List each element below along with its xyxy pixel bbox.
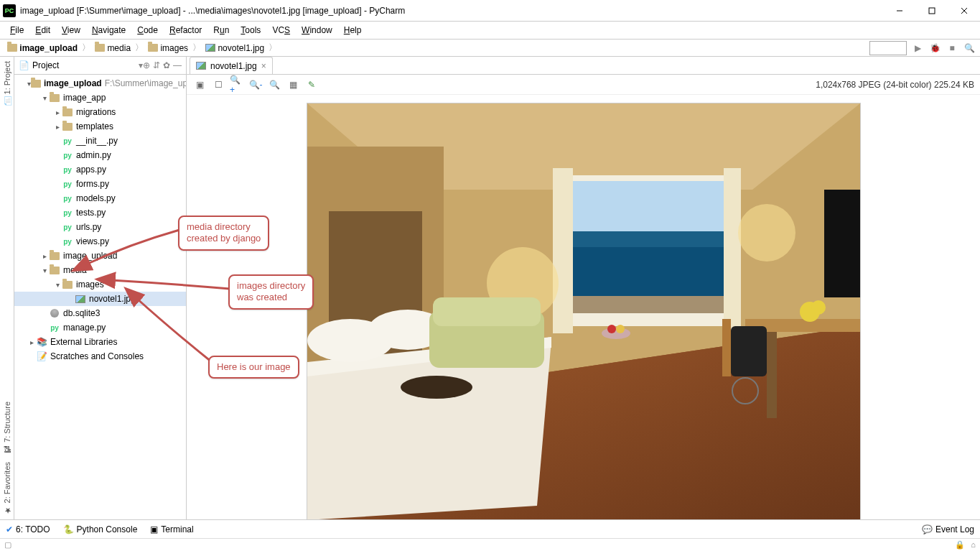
stop-button[interactable]: ■ [946, 42, 958, 55]
tree-external-libraries[interactable]: ▸📚External Libraries [14, 335, 186, 349]
menu-help[interactable]: Help [338, 23, 368, 37]
grid-icon[interactable]: ▦ [286, 78, 300, 92]
bottom-tool-bar: ✔6: TODO 🐍Python Console ▣Terminal 💬Even… [0, 519, 980, 538]
menu-file[interactable]: FFileile [4, 23, 29, 37]
breadcrumb-item[interactable]: novotel1.jpg [202, 43, 267, 53]
svg-rect-7 [570, 181, 724, 231]
window-title: image_upload [F:\Summer\image_upload] - … [20, 6, 883, 16]
menu-navigate[interactable]: Navigate [86, 23, 131, 37]
pycharm-icon: PC [3, 4, 16, 17]
tree-file-forms[interactable]: pyforms.py [14, 177, 186, 191]
event-log-button[interactable]: 💬Event Log [922, 524, 974, 534]
svg-rect-11 [553, 168, 573, 333]
svg-rect-9 [570, 247, 724, 296]
run-config-dropdown[interactable] [869, 41, 907, 55]
svg-point-16 [738, 204, 795, 261]
minimize-button[interactable] [883, 0, 915, 21]
image-viewer[interactable] [187, 95, 980, 519]
tree-folder-images[interactable]: ▾images [14, 277, 186, 292]
tree-folder-media[interactable]: ▾media [14, 263, 186, 277]
tree-file-apps[interactable]: pyapps.py [14, 162, 186, 177]
breadcrumb-label: novotel1.jpg [218, 43, 264, 53]
menu-code[interactable]: Code [131, 23, 164, 37]
collapse-icon[interactable]: ⇵ [153, 60, 160, 70]
fit-to-window-icon[interactable]: ▣ [192, 78, 207, 92]
tree-folder-image-upload[interactable]: ▸image_upload [14, 249, 186, 263]
status-bar: ▢ 🔒 ⌂ [0, 538, 980, 551]
color-picker-icon[interactable]: ✎ [304, 78, 319, 92]
tree-file-views[interactable]: pyviews.py [14, 234, 186, 249]
settings-icon[interactable]: ✿ [163, 60, 170, 70]
svg-rect-1 [929, 8, 935, 14]
menu-vcs[interactable]: VCS [266, 23, 296, 37]
tool-structure-tab[interactable]: 🏗7: Structure [1, 397, 13, 458]
close-button[interactable] [948, 0, 980, 21]
search-everywhere-button[interactable]: 🔍 [963, 42, 976, 55]
tool-favorites-tab[interactable]: ★2: Favorites [1, 458, 13, 519]
tree-file-dbsqlite[interactable]: db.sqlite3 [14, 306, 186, 320]
breadcrumb-item[interactable]: media [92, 43, 134, 53]
run-button[interactable]: ▶ [911, 42, 924, 55]
svg-point-33 [811, 300, 826, 315]
project-header: 📄 Project ▾ ⊕ ⇵ ✿ — [14, 57, 186, 75]
tree-folder-image-app[interactable]: ▾image_app [14, 91, 186, 105]
main-area: 📄1: Project 🏗7: Structure ★2: Favorites … [0, 57, 980, 519]
svg-point-34 [602, 328, 630, 339]
project-panel: 📄 Project ▾ ⊕ ⇵ ✿ — ▾image_uploadF:\Summ… [14, 57, 187, 519]
tree-file-manage[interactable]: pymanage.py [14, 320, 186, 335]
hide-icon[interactable]: — [173, 60, 182, 70]
close-icon[interactable]: × [261, 61, 266, 71]
lock-icon[interactable]: 🔒 [955, 540, 965, 550]
window-controls [883, 0, 980, 21]
chevron-right-icon: 〉 [191, 42, 202, 54]
menu-refactor[interactable]: Refactor [164, 23, 207, 37]
svg-point-36 [616, 325, 625, 333]
tree-file-tests[interactable]: pytests.py [14, 205, 186, 220]
tree-file-init[interactable]: py__init__.py [14, 134, 186, 148]
svg-rect-24 [433, 297, 541, 326]
menu-edit[interactable]: Edit [29, 23, 56, 37]
image-viewer-toolbar: ▣ ☐ 🔍+ 🔍- 🔍 ▦ ✎ 1,024x768 JPEG (24-bit c… [187, 75, 980, 95]
run-config-area: ▶ 🐞 ■ 🔍 [869, 41, 980, 55]
chevron-right-icon: 〉 [134, 42, 145, 54]
tree-file-novotel1[interactable]: novotel1.jpg [14, 292, 186, 306]
menu-view[interactable]: View [56, 23, 86, 37]
chevron-right-icon: 〉 [80, 42, 92, 54]
breadcrumb-item[interactable]: image_upload [4, 43, 80, 53]
tree-folder-templates[interactable]: ▸templates [14, 119, 186, 134]
svg-point-25 [401, 376, 472, 399]
todo-tool-button[interactable]: ✔6: TODO [6, 524, 50, 534]
tree-scratches[interactable]: 📝Scratches and Consoles [14, 349, 186, 364]
zoom-out-icon[interactable]: 🔍- [248, 78, 263, 92]
folder-icon [7, 44, 17, 52]
tree-file-urls[interactable]: pyurls.py [14, 220, 186, 234]
tree-root[interactable]: ▾image_uploadF:\Summer\image_up [14, 76, 186, 91]
svg-rect-27 [767, 332, 777, 418]
tree-folder-migrations[interactable]: ▸migrations [14, 105, 186, 119]
breadcrumb-label: images [160, 43, 188, 53]
terminal-button[interactable]: ▣Terminal [150, 524, 193, 534]
menu-tools[interactable]: Tools [235, 23, 266, 37]
breadcrumb-label: media [107, 43, 131, 53]
tool-project-tab[interactable]: 📄1: Project [1, 57, 13, 111]
zoom-reset-icon[interactable]: 🔍 [267, 78, 281, 92]
status-extra-icon[interactable]: ⌂ [971, 540, 976, 550]
menu-bar: FFileile Edit View Navigate Code Refacto… [0, 22, 980, 39]
maximize-button[interactable] [915, 0, 948, 21]
title-bar: PC image_upload [F:\Summer\image_upload]… [0, 0, 980, 22]
python-console-button[interactable]: 🐍Python Console [63, 524, 138, 534]
tree-file-models[interactable]: pymodels.py [14, 191, 186, 205]
editor-tab-novotel1[interactable]: novotel1.jpg × [190, 57, 273, 74]
menu-run[interactable]: Run [207, 23, 235, 37]
breadcrumb-item[interactable]: images [145, 43, 191, 53]
left-tool-strip: 📄1: Project 🏗7: Structure ★2: Favorites [0, 57, 14, 519]
debug-button[interactable]: 🐞 [928, 42, 941, 55]
project-tree[interactable]: ▾image_uploadF:\Summer\image_up ▾image_a… [14, 75, 186, 519]
actual-size-icon[interactable]: ☐ [211, 78, 225, 92]
status-left-icon[interactable]: ▢ [4, 540, 11, 550]
locate-icon[interactable]: ⊕ [143, 60, 150, 70]
zoom-in-icon[interactable]: 🔍+ [230, 78, 244, 92]
tree-file-admin[interactable]: pyadmin.py [14, 148, 186, 162]
project-title: Project [32, 60, 139, 70]
menu-window[interactable]: Window [296, 23, 338, 37]
